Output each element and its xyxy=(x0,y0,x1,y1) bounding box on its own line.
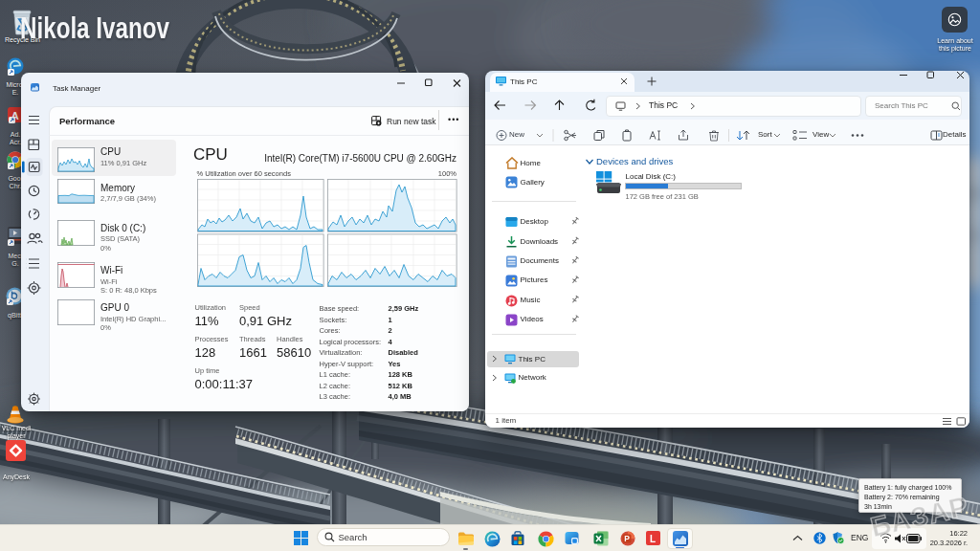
svg-text:P: P xyxy=(624,534,630,543)
svg-text:L: L xyxy=(650,533,656,543)
